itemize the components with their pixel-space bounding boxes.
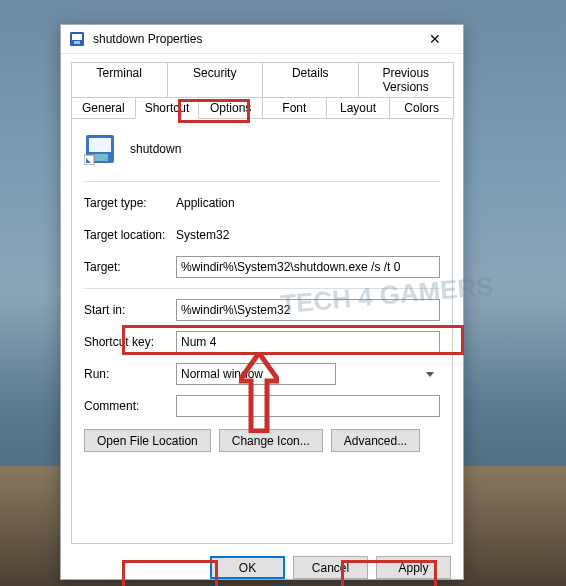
open-file-location-button[interactable]: Open File Location xyxy=(84,429,211,452)
apply-button[interactable]: Apply xyxy=(376,556,451,579)
input-start-in[interactable] xyxy=(176,299,440,321)
label-start-in: Start in: xyxy=(84,303,176,317)
tab-previous-versions[interactable]: Previous Versions xyxy=(358,62,455,97)
properties-dialog: shutdown Properties ✕ Terminal Security … xyxy=(60,24,464,580)
tab-row-1: Terminal Security Details Previous Versi… xyxy=(71,62,453,97)
input-target[interactable] xyxy=(176,256,440,278)
value-target-type: Application xyxy=(176,196,235,210)
svg-rect-4 xyxy=(89,138,111,152)
row-shortcut-key: Shortcut key: xyxy=(84,331,440,353)
tab-terminal[interactable]: Terminal xyxy=(71,62,168,97)
shortcut-name: shutdown xyxy=(130,142,181,156)
bottom-buttons: OK Cancel Apply xyxy=(61,544,463,586)
close-button[interactable]: ✕ xyxy=(415,25,455,53)
tab-font[interactable]: Font xyxy=(262,97,327,118)
titlebar-icon xyxy=(69,31,85,47)
svg-marker-8 xyxy=(239,353,279,431)
tab-shortcut[interactable]: Shortcut xyxy=(135,97,200,119)
input-comment[interactable] xyxy=(176,395,440,417)
svg-marker-6 xyxy=(84,155,94,165)
divider-2 xyxy=(84,288,440,289)
row-target: Target: xyxy=(84,256,440,278)
tab-general[interactable]: General xyxy=(71,97,136,118)
label-comment: Comment: xyxy=(84,399,176,413)
tab-details[interactable]: Details xyxy=(262,62,359,97)
label-shortcut-key: Shortcut key: xyxy=(84,335,176,349)
input-shortcut-key[interactable] xyxy=(176,331,440,353)
cancel-button[interactable]: Cancel xyxy=(293,556,368,579)
tab-layout[interactable]: Layout xyxy=(326,97,391,118)
tab-row-2: General Shortcut Options Font Layout Col… xyxy=(71,97,453,118)
advanced-button[interactable]: Advanced... xyxy=(331,429,420,452)
window-title: shutdown Properties xyxy=(93,32,415,46)
row-start-in: Start in: xyxy=(84,299,440,321)
annotation-arrow-icon xyxy=(239,353,279,436)
ok-button[interactable]: OK xyxy=(210,556,285,579)
icon-row: shutdown xyxy=(84,133,440,165)
shortcut-panel: shutdown Target type: Application Target… xyxy=(71,118,453,544)
tab-security[interactable]: Security xyxy=(167,62,264,97)
row-target-location: Target location: System32 xyxy=(84,224,440,246)
titlebar: shutdown Properties ✕ xyxy=(61,25,463,54)
tab-options[interactable]: Options xyxy=(198,97,263,118)
label-target-location: Target location: xyxy=(84,228,176,242)
row-target-type: Target type: Application xyxy=(84,192,440,214)
tabs-area: Terminal Security Details Previous Versi… xyxy=(61,54,463,118)
tab-colors[interactable]: Colors xyxy=(389,97,454,118)
value-target-location: System32 xyxy=(176,228,229,242)
label-target-type: Target type: xyxy=(84,196,176,210)
svg-rect-2 xyxy=(74,41,80,44)
select-run-wrap[interactable] xyxy=(176,363,440,385)
label-run: Run: xyxy=(84,367,176,381)
shortcut-icon xyxy=(84,133,116,165)
label-target: Target: xyxy=(84,260,176,274)
svg-rect-1 xyxy=(72,34,82,40)
divider-1 xyxy=(84,181,440,182)
